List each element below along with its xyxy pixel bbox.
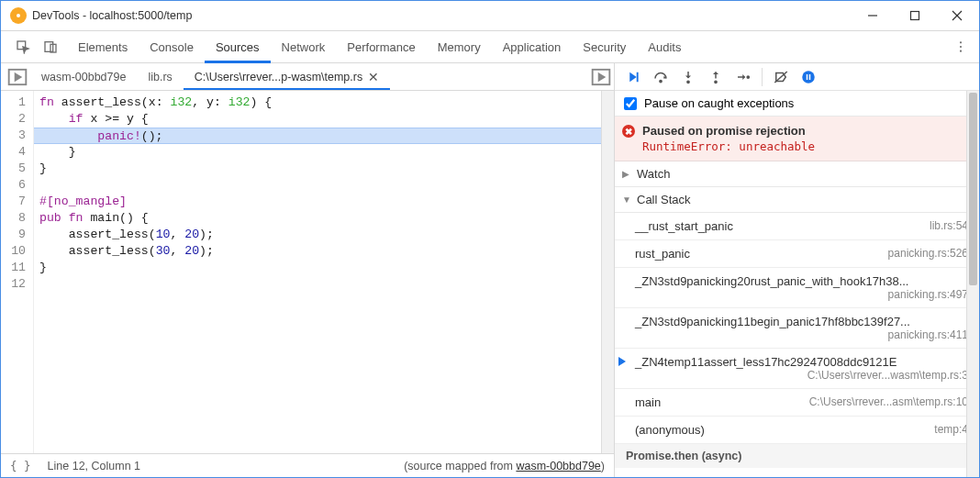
source-tab[interactable]: lib.rs [137, 63, 183, 90]
step-out-button[interactable] [703, 64, 729, 90]
close-icon[interactable]: ✕ [368, 70, 379, 84]
code-line[interactable]: assert_less(10, 20); [39, 227, 601, 243]
source-tab[interactable]: wasm-00bbd79e [30, 63, 137, 90]
async-separator: Promise.then (async) [615, 444, 979, 468]
step-button[interactable] [730, 64, 756, 90]
call-stack-frame[interactable]: (anonymous)temp:4 [615, 417, 979, 444]
pause-on-caught-checkbox[interactable] [624, 97, 637, 110]
watch-section-header[interactable]: ▶ Watch [615, 161, 979, 187]
svg-point-9 [960, 41, 962, 43]
devtools-icon [10, 7, 27, 24]
chevron-right-icon: ▶ [622, 169, 633, 179]
paused-banner: ✖ Paused on promise rejection RuntimeErr… [615, 117, 979, 161]
svg-point-23 [802, 71, 815, 83]
code-line[interactable]: assert_less(30, 20); [39, 243, 601, 260]
step-into-button[interactable] [675, 64, 701, 90]
window-title: DevTools - localhost:5000/temp [32, 9, 192, 22]
window-titlebar: DevTools - localhost:5000/temp [1, 1, 979, 30]
callstack-section-header[interactable]: ▼ Call Stack [615, 187, 979, 213]
code-line[interactable] [39, 177, 601, 194]
frame-function: main [635, 395, 809, 409]
source-map-link[interactable]: wasm-00bbd79e [516, 460, 600, 472]
source-map-label: (source mapped from wasm-00bbd79e) [404, 460, 605, 472]
window-minimize-button[interactable] [852, 1, 894, 30]
frame-location: temp:4 [881, 423, 968, 436]
pause-on-caught-row: Pause on caught exceptions [615, 91, 979, 117]
svg-rect-7 [45, 42, 53, 52]
error-icon: ✖ [622, 125, 635, 138]
call-stack-frame[interactable]: _ZN4temp11assert_less17hc29247008ddc9121… [615, 349, 979, 389]
frame-location: C:\Users\rrever...asm\temp.rs:10 [809, 395, 968, 408]
svg-rect-25 [809, 74, 811, 80]
call-stack-frame[interactable]: _ZN3std9panicking11begin_panic17hf8bbc13… [615, 308, 979, 349]
navigator-toggle-icon[interactable] [5, 64, 30, 90]
source-tab-label: C:\Users\rrever...p-wasm\temp.rs [195, 71, 362, 83]
tab-elements[interactable]: Elements [67, 30, 139, 63]
code-line[interactable]: #[no_mangle] [39, 194, 601, 210]
pretty-print-icon[interactable]: { } [10, 459, 31, 472]
deactivate-breakpoints-button[interactable] [768, 64, 794, 90]
frame-location: panicking.rs:497 [881, 288, 968, 301]
source-tab[interactable]: C:\Users\rrever...p-wasm\temp.rs✕ [184, 63, 390, 90]
cursor-position: Line 12, Column 1 [48, 460, 140, 472]
devtools-tabs: ElementsConsoleSourcesNetworkPerformance… [1, 30, 979, 63]
svg-point-10 [960, 46, 962, 48]
svg-rect-3 [911, 12, 919, 20]
code-line[interactable]: pub fn main() { [39, 210, 601, 227]
svg-rect-24 [807, 74, 808, 80]
tab-security[interactable]: Security [572, 30, 637, 63]
call-stack-frame[interactable]: __rust_start_paniclib.rs:54 [615, 213, 979, 240]
source-editor[interactable]: 123456789101112 fn assert_less(x: i32, y… [1, 91, 614, 453]
code-line[interactable]: } [39, 161, 601, 177]
call-stack-list: __rust_start_paniclib.rs:54rust_panicpan… [615, 213, 979, 477]
frame-function: _ZN4temp11assert_less17hc29247008ddc9121… [635, 355, 902, 369]
svg-point-1 [17, 14, 20, 17]
frame-location: lib.rs:54 [881, 219, 968, 232]
frame-function: __rust_start_panic [635, 219, 881, 233]
tab-console[interactable]: Console [139, 30, 205, 63]
device-toggle-icon[interactable] [38, 34, 63, 60]
call-stack-frame[interactable]: rust_panicpanicking.rs:526 [615, 240, 979, 268]
call-stack-frame[interactable]: _ZN3std9panicking20rust_panic_with_hook1… [615, 268, 979, 308]
frame-function: _ZN3std9panicking11begin_panic17hf8bbc13… [635, 315, 916, 328]
editor-scrollbar[interactable] [601, 91, 614, 453]
step-over-button[interactable] [648, 64, 674, 90]
svg-point-17 [687, 81, 689, 83]
tab-application[interactable]: Application [492, 30, 573, 63]
tab-audits[interactable]: Audits [637, 30, 692, 63]
debugger-scrollbar[interactable] [966, 91, 979, 477]
frame-location: C:\Users\rrever...wasm\temp.rs:3 [807, 369, 968, 382]
window-close-button[interactable] [936, 1, 978, 30]
tab-sources[interactable]: Sources [205, 30, 271, 63]
svg-point-21 [747, 75, 749, 77]
frame-function: (anonymous) [635, 423, 881, 437]
pause-on-exceptions-button[interactable] [796, 64, 821, 90]
code-line[interactable] [39, 276, 601, 293]
tab-network[interactable]: Network [271, 30, 337, 63]
source-tab-label: wasm-00bbd79e [41, 71, 126, 83]
window-maximize-button[interactable] [894, 1, 936, 30]
code-line[interactable]: if x >= y { [39, 111, 601, 128]
code-line[interactable]: } [39, 260, 601, 276]
code-line[interactable]: } [39, 144, 601, 161]
svg-rect-14 [637, 72, 639, 82]
pause-on-caught-label: Pause on caught exceptions [644, 96, 794, 110]
svg-point-15 [660, 80, 662, 82]
svg-point-11 [960, 50, 962, 52]
tab-performance[interactable]: Performance [336, 30, 426, 63]
editor-statusbar: { } Line 12, Column 1 (source mapped fro… [1, 453, 614, 477]
code-line[interactable]: fn assert_less(x: i32, y: i32) { [39, 94, 601, 111]
more-tabs-icon[interactable] [588, 64, 614, 90]
tab-memory[interactable]: Memory [427, 30, 492, 63]
resume-button[interactable] [620, 64, 646, 90]
frame-location: panicking.rs:411 [881, 328, 968, 341]
paused-message: RuntimeError: unreachable [642, 139, 968, 153]
source-file-tabs: wasm-00bbd79elib.rsC:\Users\rrever...p-w… [1, 63, 614, 91]
frame-function: rust_panic [635, 247, 881, 261]
call-stack-frame[interactable]: mainC:\Users\rrever...asm\temp.rs:10 [615, 389, 979, 417]
more-icon[interactable] [948, 34, 974, 60]
code-line[interactable]: panic!(); [34, 128, 610, 144]
frame-function: _ZN3std9panicking20rust_panic_with_hook1… [635, 274, 914, 288]
debugger-toolbar [615, 63, 979, 91]
inspect-element-icon[interactable] [10, 34, 36, 60]
